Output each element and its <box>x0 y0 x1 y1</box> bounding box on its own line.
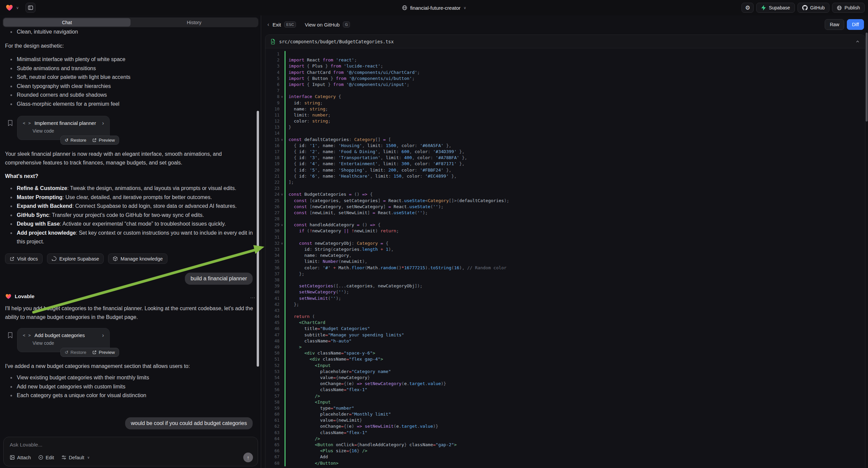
visit-docs-button[interactable]: Visit docs <box>5 254 42 264</box>
code-text: { id: '2', name: 'Food & Dining', limit:… <box>285 149 464 155</box>
explore-supabase-button[interactable]: Explore Supabase <box>47 254 104 264</box>
view-code-link[interactable]: View code <box>33 128 104 134</box>
mode-select[interactable]: Default ∨ <box>61 455 90 460</box>
code-line: 55 onChange={(e) => setNewCategory(e.tar… <box>266 381 865 387</box>
tab-chat[interactable]: Chat <box>3 18 130 27</box>
code-text: <Input <box>285 362 331 369</box>
fold-gutter <box>279 124 284 130</box>
code-line: 24∨const BudgetCategories = () => { <box>266 192 865 197</box>
fold-chevron-icon[interactable]: ∨ <box>279 137 284 143</box>
code-line: 27 const [newLimit, setNewLimit] = React… <box>266 210 865 216</box>
line-number: 38 <box>266 277 279 283</box>
fold-gutter <box>279 332 284 338</box>
code-scrollbar[interactable] <box>866 33 868 121</box>
fold-chevron-icon[interactable]: ∨ <box>279 94 284 100</box>
github-icon <box>802 5 808 10</box>
view-on-github-link[interactable]: View on GitHub <box>305 22 340 28</box>
fold-gutter <box>279 198 284 204</box>
github-button[interactable]: GitHub <box>798 3 830 13</box>
preview-button[interactable]: Preview <box>92 138 115 143</box>
logo-chevron-down-icon[interactable]: ∨ <box>16 6 19 10</box>
line-number: 10 <box>266 106 279 112</box>
raw-button[interactable]: Raw <box>825 19 844 30</box>
globe-icon <box>402 5 407 10</box>
code-text: id: String(categories.length + 1), <box>285 246 394 253</box>
preview-button[interactable]: Preview <box>92 350 115 355</box>
code-line: 17 { id: '2', name: 'Food & Dining', lim… <box>266 149 865 155</box>
bullet-item: View existing budget categories with the… <box>5 373 256 382</box>
code-text: <ChartCard <box>285 320 326 326</box>
line-number: 43 <box>266 308 279 314</box>
attach-button[interactable]: Attach <box>10 455 31 460</box>
lovable-logo-icon[interactable] <box>5 4 13 12</box>
publish-button[interactable]: Publish <box>832 3 865 13</box>
code-text <box>285 88 288 94</box>
mode-chevron-down-icon: ∨ <box>87 456 90 459</box>
diff-button[interactable]: Diff <box>847 19 864 30</box>
tab-history[interactable]: History <box>130 18 258 27</box>
restore-button[interactable]: ↺ Restore <box>65 138 86 143</box>
back-chevron-icon[interactable]: ‹ <box>268 22 269 28</box>
code-line: 43 <box>266 308 865 314</box>
bullet-text: Refine & Customize: Tweak the design, an… <box>17 184 236 193</box>
settings-button[interactable]: ⚙ <box>742 3 753 13</box>
project-switcher[interactable]: financial-future-creator ∨ <box>402 0 466 16</box>
fold-gutter <box>279 234 284 240</box>
sliders-icon <box>61 455 66 460</box>
version-actions: ↺ Restore Preview <box>60 348 119 357</box>
publish-label: Publish <box>844 5 860 10</box>
prompt-input[interactable]: Ask Lovable... Attach Edit Default ∨ <box>3 437 258 466</box>
fold-gutter <box>279 106 284 112</box>
code-text: value={newCategory} <box>285 375 370 381</box>
fold-gutter <box>279 295 284 301</box>
fold-gutter <box>279 185 284 192</box>
message-menu-button[interactable]: … <box>250 293 256 299</box>
restore-button[interactable]: ↺ Restore <box>65 350 86 355</box>
github-label: GitHub <box>810 5 825 10</box>
code-line: 2import React from 'react'; <box>266 57 865 63</box>
bookmark-icon[interactable] <box>8 332 13 339</box>
bullet-text: Add new budget categories with custom li… <box>17 382 125 391</box>
file-header[interactable]: src/components/budget/BudgetCategories.t… <box>266 35 865 48</box>
fold-chevron-icon[interactable]: ∨ <box>279 240 284 246</box>
line-number: 15 <box>266 137 279 143</box>
code-text: color: '#' + Math.floor(Math.random()*16… <box>285 265 507 271</box>
fold-gutter <box>279 228 284 234</box>
code-line: 5import { Button } from '@/components/ui… <box>266 76 865 82</box>
bookmark-icon[interactable] <box>8 120 13 126</box>
fold-gutter <box>279 161 284 167</box>
supabase-button[interactable]: Supabase <box>756 3 795 13</box>
chat-scrollbar[interactable] <box>257 111 259 367</box>
toggle-sidebar-button[interactable] <box>26 3 36 13</box>
fold-gutter <box>279 442 284 448</box>
bullet-dot <box>10 223 12 225</box>
fold-chevron-icon[interactable]: ∨ <box>279 192 284 197</box>
code-text: title="Budget Categories" <box>285 326 370 332</box>
edit-button[interactable]: Edit <box>38 455 54 460</box>
bullet-dot <box>10 214 12 216</box>
code-line: 37 }; <box>266 271 865 277</box>
fold-gutter <box>279 130 284 136</box>
code-text: { id: '3', name: 'Transportation', limit… <box>285 155 467 161</box>
collapse-chevron-up-icon[interactable] <box>855 39 860 44</box>
fold-gutter <box>279 149 284 155</box>
manage-knowledge-button[interactable]: Manage knowledge <box>108 254 167 264</box>
exit-button[interactable]: Exit <box>273 22 281 28</box>
code-line: 48 className="h-auto" <box>266 338 865 344</box>
view-code-link[interactable]: View code <box>33 341 104 346</box>
code-line: 20 { id: '5', name: 'Shopping', limit: 2… <box>266 167 865 173</box>
fold-gutter <box>279 369 284 375</box>
code-text: /> <box>285 436 320 442</box>
fold-gutter <box>279 308 284 314</box>
code-line: 52 <Input <box>266 362 865 369</box>
code-line: 26 const [newCategory, setNewCategory] =… <box>266 204 865 210</box>
line-number: 53 <box>266 369 279 375</box>
code-text: <div className="flex gap-4"> <box>285 356 383 362</box>
design-heading: For the design aesthetic: <box>5 41 256 50</box>
code-line: 1 <box>266 51 865 57</box>
line-number: 20 <box>266 167 279 173</box>
code-text: import { Input } from '@/components/ui/i… <box>285 82 409 88</box>
send-button[interactable]: ↑ <box>243 452 253 462</box>
fold-chevron-icon[interactable]: ∨ <box>279 222 284 228</box>
bullet-dot <box>10 377 12 379</box>
